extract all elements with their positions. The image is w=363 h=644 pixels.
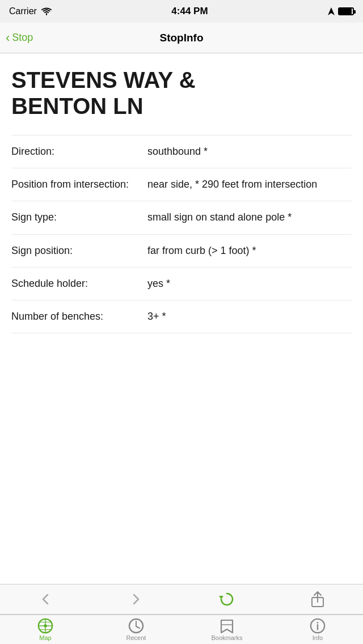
field-label: Position from intersection: [11,177,147,192]
field-label: Schedule holder: [11,277,147,291]
battery-icon [338,7,354,15]
map-tab-label: Map [39,635,51,641]
table-row: Schedule holder: yes * [11,267,352,300]
back-toolbar-icon [40,592,51,606]
back-button[interactable]: ‹ Stop [6,32,33,44]
carrier-label: Carrier [9,6,37,16]
tab-recent[interactable]: Recent [91,615,182,644]
table-row: Direction: southbound * [11,135,352,168]
info-table: Direction: southbound * Position from in… [11,135,352,333]
svg-marker-1 [219,596,223,599]
field-value: southbound * [147,145,352,159]
nav-title: StopInfo [159,32,203,44]
tab-bookmarks[interactable]: Bookmarks [182,615,272,644]
back-chevron-icon: ‹ [6,32,10,44]
svg-point-15 [317,622,319,624]
tab-info[interactable]: Info [272,615,363,644]
field-label: Number of benches: [11,310,147,324]
field-label: Direction: [11,145,147,159]
back-toolbar-button[interactable] [28,587,62,612]
table-row: Sign position: far from curb (> 1 foot) … [11,234,352,267]
status-bar-right [328,7,354,15]
nav-bar: ‹ Stop StopInfo [0,23,363,53]
svg-line-11 [136,626,140,628]
field-value: small sign on stand alone pole * [147,210,352,224]
forward-toolbar-button[interactable] [119,587,153,612]
svg-marker-0 [328,7,335,15]
toolbar [0,584,363,615]
status-bar-left: Carrier [9,6,52,16]
wifi-icon [41,7,52,15]
bookmarks-tab-icon [219,618,235,634]
refresh-toolbar-button[interactable] [210,587,244,612]
field-label: Sign position: [11,244,147,258]
field-label: Sign type: [11,210,147,224]
stop-name: STEVENS WAY &BENTON LN [11,67,352,119]
bookmarks-tab-label: Bookmarks [211,635,242,641]
location-icon [328,7,335,15]
recent-tab-icon [128,618,144,634]
table-row: Sign type: small sign on stand alone pol… [11,201,352,234]
svg-point-6 [44,624,47,628]
back-label: Stop [12,32,33,44]
tab-bar: Map Recent Bookmarks [0,615,363,644]
tab-map[interactable]: Map [0,615,91,644]
share-toolbar-icon [310,591,325,608]
table-row: Number of benches: 3+ * [11,300,352,333]
info-tab-label: Info [313,635,323,641]
field-value: yes * [147,277,352,291]
forward-toolbar-icon [130,592,142,606]
map-tab-icon [37,618,53,634]
info-tab-icon [310,618,326,634]
field-value: 3+ * [147,310,352,324]
table-row: Position from intersection: near side, *… [11,168,352,201]
status-bar: Carrier 4:44 PM [0,0,363,23]
field-value: near side, * 290 feet from intersection [147,177,352,192]
refresh-toolbar-icon [219,591,235,607]
share-toolbar-button[interactable] [301,587,335,612]
field-value: far from curb (> 1 foot) * [147,244,352,258]
content-area: STEVENS WAY &BENTON LN Direction: southb… [0,53,363,584]
status-bar-time: 4:44 PM [171,6,208,17]
recent-tab-label: Recent [126,635,146,641]
